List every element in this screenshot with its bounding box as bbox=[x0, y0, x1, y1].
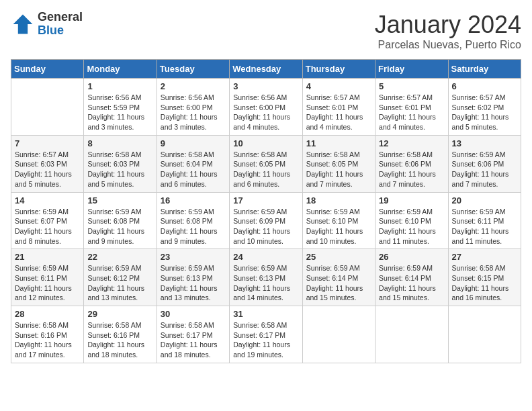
day-number: 6 bbox=[452, 81, 517, 91]
calendar-cell: 24Sunrise: 6:59 AMSunset: 6:13 PMDayligh… bbox=[230, 249, 302, 306]
header: General Blue January 2024 Parcelas Nueva… bbox=[11, 11, 521, 51]
header-thursday: Thursday bbox=[302, 60, 375, 79]
calendar-cell: 5Sunrise: 6:57 AMSunset: 6:01 PMDaylight… bbox=[375, 79, 448, 136]
day-number: 20 bbox=[452, 195, 517, 205]
day-info: Sunrise: 6:59 AMSunset: 6:14 PMDaylight:… bbox=[379, 263, 444, 303]
calendar-cell: 25Sunrise: 6:59 AMSunset: 6:14 PMDayligh… bbox=[302, 249, 375, 306]
day-number: 17 bbox=[233, 195, 298, 205]
day-info: Sunrise: 6:59 AMSunset: 6:12 PMDaylight:… bbox=[87, 263, 152, 303]
calendar-cell: 4Sunrise: 6:57 AMSunset: 6:01 PMDaylight… bbox=[302, 79, 375, 136]
day-info: Sunrise: 6:58 AMSunset: 6:06 PMDaylight:… bbox=[379, 150, 444, 189]
day-number: 12 bbox=[379, 138, 444, 148]
day-number: 10 bbox=[233, 138, 298, 148]
calendar-cell: 13Sunrise: 6:59 AMSunset: 6:06 PMDayligh… bbox=[448, 135, 521, 192]
header-tuesday: Tuesday bbox=[157, 60, 229, 79]
day-info: Sunrise: 6:58 AMSunset: 6:16 PMDaylight:… bbox=[15, 320, 80, 360]
calendar-cell: 6Sunrise: 6:57 AMSunset: 6:02 PMDaylight… bbox=[448, 79, 521, 136]
logo: General Blue bbox=[11, 11, 83, 38]
location-subtitle: Parcelas Nuevas, Puerto Rico bbox=[375, 39, 521, 51]
calendar-cell bbox=[302, 306, 375, 363]
day-number: 7 bbox=[15, 138, 80, 148]
day-number: 24 bbox=[233, 252, 298, 262]
header-monday: Monday bbox=[84, 60, 157, 79]
day-info: Sunrise: 6:58 AMSunset: 6:17 PMDaylight:… bbox=[161, 320, 226, 360]
day-info: Sunrise: 6:59 AMSunset: 6:11 PMDaylight:… bbox=[452, 207, 517, 246]
day-number: 4 bbox=[306, 81, 371, 91]
month-title: January 2024 bbox=[375, 11, 521, 39]
day-info: Sunrise: 6:59 AMSunset: 6:08 PMDaylight:… bbox=[161, 207, 226, 246]
calendar-cell: 17Sunrise: 6:59 AMSunset: 6:09 PMDayligh… bbox=[230, 192, 302, 249]
calendar-cell: 15Sunrise: 6:59 AMSunset: 6:08 PMDayligh… bbox=[84, 192, 157, 249]
calendar-cell: 28Sunrise: 6:58 AMSunset: 6:16 PMDayligh… bbox=[11, 306, 84, 363]
day-number: 5 bbox=[379, 81, 444, 91]
logo-icon bbox=[11, 12, 35, 36]
header-saturday: Saturday bbox=[448, 60, 521, 79]
day-number: 27 bbox=[452, 252, 517, 262]
day-info: Sunrise: 6:57 AMSunset: 6:02 PMDaylight:… bbox=[452, 93, 517, 132]
calendar-cell: 22Sunrise: 6:59 AMSunset: 6:12 PMDayligh… bbox=[84, 249, 157, 306]
calendar-week-2: 7Sunrise: 6:57 AMSunset: 6:03 PMDaylight… bbox=[11, 135, 521, 192]
calendar-cell: 16Sunrise: 6:59 AMSunset: 6:08 PMDayligh… bbox=[157, 192, 229, 249]
day-number: 29 bbox=[87, 309, 152, 319]
calendar-table: SundayMondayTuesdayWednesdayThursdayFrid… bbox=[11, 59, 521, 363]
day-info: Sunrise: 6:56 AMSunset: 6:00 PMDaylight:… bbox=[161, 93, 226, 132]
header-wednesday: Wednesday bbox=[230, 60, 302, 79]
day-number: 25 bbox=[306, 252, 371, 262]
day-info: Sunrise: 6:59 AMSunset: 6:13 PMDaylight:… bbox=[161, 263, 226, 303]
day-number: 2 bbox=[161, 81, 226, 91]
day-info: Sunrise: 6:59 AMSunset: 6:07 PMDaylight:… bbox=[15, 207, 80, 246]
day-number: 3 bbox=[233, 81, 298, 91]
calendar-cell: 14Sunrise: 6:59 AMSunset: 6:07 PMDayligh… bbox=[11, 192, 84, 249]
calendar-cell: 23Sunrise: 6:59 AMSunset: 6:13 PMDayligh… bbox=[157, 249, 229, 306]
day-number: 1 bbox=[87, 81, 152, 91]
day-info: Sunrise: 6:56 AMSunset: 6:00 PMDaylight:… bbox=[233, 93, 298, 132]
day-info: Sunrise: 6:59 AMSunset: 6:08 PMDaylight:… bbox=[87, 207, 152, 246]
day-number: 31 bbox=[233, 309, 298, 319]
logo-general: General bbox=[38, 11, 83, 24]
calendar-cell: 3Sunrise: 6:56 AMSunset: 6:00 PMDaylight… bbox=[230, 79, 302, 136]
day-info: Sunrise: 6:57 AMSunset: 6:01 PMDaylight:… bbox=[306, 93, 371, 132]
day-info: Sunrise: 6:57 AMSunset: 6:01 PMDaylight:… bbox=[379, 93, 444, 132]
calendar-cell: 26Sunrise: 6:59 AMSunset: 6:14 PMDayligh… bbox=[375, 249, 448, 306]
day-number: 11 bbox=[306, 138, 371, 148]
calendar-cell: 10Sunrise: 6:58 AMSunset: 6:05 PMDayligh… bbox=[230, 135, 302, 192]
day-info: Sunrise: 6:58 AMSunset: 6:05 PMDaylight:… bbox=[233, 150, 298, 189]
calendar-week-5: 28Sunrise: 6:58 AMSunset: 6:16 PMDayligh… bbox=[11, 306, 521, 363]
calendar-cell: 31Sunrise: 6:58 AMSunset: 6:17 PMDayligh… bbox=[230, 306, 302, 363]
svg-marker-0 bbox=[13, 14, 33, 34]
calendar-cell: 19Sunrise: 6:59 AMSunset: 6:10 PMDayligh… bbox=[375, 192, 448, 249]
day-number: 15 bbox=[87, 195, 152, 205]
day-info: Sunrise: 6:57 AMSunset: 6:03 PMDaylight:… bbox=[15, 150, 80, 189]
day-number: 18 bbox=[306, 195, 371, 205]
calendar-cell: 27Sunrise: 6:58 AMSunset: 6:15 PMDayligh… bbox=[448, 249, 521, 306]
calendar-cell: 9Sunrise: 6:58 AMSunset: 6:04 PMDaylight… bbox=[157, 135, 229, 192]
day-info: Sunrise: 6:59 AMSunset: 6:14 PMDaylight:… bbox=[306, 263, 371, 303]
day-info: Sunrise: 6:59 AMSunset: 6:11 PMDaylight:… bbox=[15, 263, 80, 303]
day-info: Sunrise: 6:59 AMSunset: 6:10 PMDaylight:… bbox=[379, 207, 444, 246]
day-info: Sunrise: 6:56 AMSunset: 5:59 PMDaylight:… bbox=[87, 93, 152, 132]
day-number: 19 bbox=[379, 195, 444, 205]
day-number: 16 bbox=[161, 195, 226, 205]
calendar-cell: 8Sunrise: 6:58 AMSunset: 6:03 PMDaylight… bbox=[84, 135, 157, 192]
calendar-cell: 18Sunrise: 6:59 AMSunset: 6:10 PMDayligh… bbox=[302, 192, 375, 249]
calendar-week-1: 1Sunrise: 6:56 AMSunset: 5:59 PMDaylight… bbox=[11, 79, 521, 136]
day-info: Sunrise: 6:59 AMSunset: 6:13 PMDaylight:… bbox=[233, 263, 298, 303]
calendar-cell: 30Sunrise: 6:58 AMSunset: 6:17 PMDayligh… bbox=[157, 306, 229, 363]
day-number: 14 bbox=[15, 195, 80, 205]
calendar-cell: 12Sunrise: 6:58 AMSunset: 6:06 PMDayligh… bbox=[375, 135, 448, 192]
title-area: January 2024 Parcelas Nuevas, Puerto Ric… bbox=[375, 11, 521, 51]
calendar-week-4: 21Sunrise: 6:59 AMSunset: 6:11 PMDayligh… bbox=[11, 249, 521, 306]
header-sunday: Sunday bbox=[11, 60, 84, 79]
calendar-cell bbox=[11, 79, 84, 136]
day-number: 22 bbox=[87, 252, 152, 262]
day-info: Sunrise: 6:58 AMSunset: 6:03 PMDaylight:… bbox=[87, 150, 152, 189]
day-number: 26 bbox=[379, 252, 444, 262]
day-info: Sunrise: 6:59 AMSunset: 6:10 PMDaylight:… bbox=[306, 207, 371, 246]
calendar-cell: 2Sunrise: 6:56 AMSunset: 6:00 PMDaylight… bbox=[157, 79, 229, 136]
header-friday: Friday bbox=[375, 60, 448, 79]
calendar-week-3: 14Sunrise: 6:59 AMSunset: 6:07 PMDayligh… bbox=[11, 192, 521, 249]
day-info: Sunrise: 6:58 AMSunset: 6:17 PMDaylight:… bbox=[233, 320, 298, 360]
calendar-cell: 20Sunrise: 6:59 AMSunset: 6:11 PMDayligh… bbox=[448, 192, 521, 249]
day-info: Sunrise: 6:58 AMSunset: 6:05 PMDaylight:… bbox=[306, 150, 371, 189]
logo-blue: Blue bbox=[38, 24, 83, 38]
